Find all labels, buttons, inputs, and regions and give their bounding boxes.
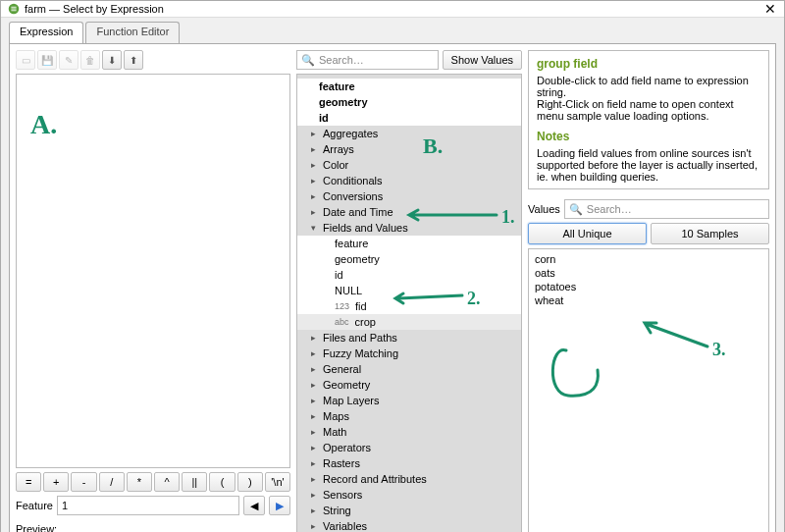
help-heading: group field <box>537 57 760 71</box>
dialog-window: farm — Select by Expression ✕ Expression… <box>0 0 785 532</box>
tree-group-fields[interactable]: ▾Fields and Values <box>297 220 521 236</box>
tree-group-conversions[interactable]: ▸Conversions <box>297 188 521 204</box>
feature-label: Feature <box>16 500 53 511</box>
op-lparen[interactable]: ( <box>209 472 235 492</box>
values-row: Values 🔍 Search… <box>528 199 769 219</box>
tree-field-null[interactable]: NULL <box>297 283 521 298</box>
caret-right-icon: ▸ <box>311 348 319 358</box>
tree-group-rasters[interactable]: ▸Rasters <box>297 455 521 471</box>
op-rparen[interactable]: ) <box>237 472 263 492</box>
feature-row: Feature 1 ◀ ▶ <box>16 496 290 515</box>
help-body-1: Double-click to add field name to expres… <box>537 75 760 98</box>
caret-down-icon: ▾ <box>311 223 319 233</box>
tree-group-arrays[interactable]: ▸Arrays <box>297 141 521 157</box>
values-label: Values <box>528 203 560 215</box>
tree-group-color[interactable]: ▸Color <box>297 157 521 173</box>
tree-group-operators[interactable]: ▸Operators <box>297 440 521 455</box>
tree-top-feature[interactable]: feature <box>297 79 521 94</box>
show-values-button[interactable]: Show Values <box>443 50 522 70</box>
values-list[interactable]: corn oats potatoes wheat <box>528 248 769 532</box>
close-icon[interactable]: ✕ <box>762 1 778 17</box>
feature-spin[interactable]: 1 <box>57 496 239 515</box>
all-unique-button[interactable]: All Unique <box>528 223 647 244</box>
values-search-placeholder: Search… <box>587 203 632 215</box>
app-icon <box>7 2 21 16</box>
func-search-row: 🔍 Search… Show Values <box>296 50 522 70</box>
tree-group-variables[interactable]: ▸Variables <box>297 518 521 532</box>
caret-right-icon: ▸ <box>311 364 319 374</box>
op-minus[interactable]: - <box>71 472 96 492</box>
tree-field-fid[interactable]: 123fid <box>297 298 521 314</box>
value-item[interactable]: corn <box>535 253 762 267</box>
tree-group-general[interactable]: ▸General <box>297 361 521 377</box>
search-icon: 🔍 <box>301 54 315 67</box>
value-item[interactable]: oats <box>535 267 762 281</box>
prev-feature-icon[interactable]: ◀ <box>243 496 265 515</box>
right-column: group field Double-click to add field na… <box>528 50 769 532</box>
tree-group-string[interactable]: ▸String <box>297 503 521 518</box>
op-concat[interactable]: || <box>182 472 207 492</box>
op-div[interactable]: / <box>99 472 125 492</box>
tab-expression[interactable]: Expression <box>9 22 83 43</box>
str-type-icon: abc <box>335 317 349 327</box>
expr-toolbar: ▭ 💾 ✎ 🗑 ⬇ ⬆ <box>16 50 290 70</box>
caret-right-icon: ▸ <box>311 129 319 138</box>
expression-editor[interactable] <box>16 74 290 468</box>
ten-samples-button[interactable]: 10 Samples <box>651 223 769 244</box>
tree-field-crop[interactable]: abccrop <box>297 314 521 330</box>
caret-right-icon: ▸ <box>311 411 319 421</box>
caret-right-icon: ▸ <box>311 160 319 170</box>
next-feature-icon[interactable]: ▶ <box>269 496 290 515</box>
caret-right-icon: ▸ <box>311 144 319 154</box>
tree-group-map-layers[interactable]: ▸Map Layers <box>297 393 521 408</box>
caret-right-icon: ▸ <box>311 427 319 437</box>
tree-group-aggregates[interactable]: ▸Aggregates <box>297 126 521 141</box>
op-eq[interactable]: = <box>16 472 41 492</box>
middle-column: 🔍 Search… Show Values feature geometry i… <box>296 50 522 532</box>
tree-group-geometry[interactable]: ▸Geometry <box>297 377 521 393</box>
tree-field-id[interactable]: id <box>297 267 521 283</box>
window-title: farm — Select by Expression <box>25 3 762 15</box>
caret-right-icon: ▸ <box>311 207 319 217</box>
caret-right-icon: ▸ <box>311 458 319 468</box>
caret-right-icon: ▸ <box>311 191 319 201</box>
export-icon[interactable]: ⬆ <box>124 50 143 70</box>
import-icon[interactable]: ⬇ <box>102 50 122 70</box>
values-search[interactable]: 🔍 Search… <box>564 199 769 219</box>
new-file-icon[interactable]: ▭ <box>16 50 35 70</box>
tree-group-record[interactable]: ▸Record and Attributes <box>297 471 521 487</box>
tree-field-feature[interactable]: feature <box>297 236 521 251</box>
op-newline[interactable]: '\n' <box>265 472 290 492</box>
tree-field-geometry[interactable]: geometry <box>297 251 521 267</box>
caret-right-icon: ▸ <box>311 521 319 531</box>
tree-group-datetime[interactable]: ▸Date and Time <box>297 204 521 220</box>
tree-group-fuzzy[interactable]: ▸Fuzzy Matching <box>297 346 521 361</box>
tab-panel: ▭ 💾 ✎ 🗑 ⬇ ⬆ = + - / * ^ <box>9 43 776 532</box>
tree-group-sensors[interactable]: ▸Sensors <box>297 487 521 503</box>
caret-right-icon: ▸ <box>311 176 319 186</box>
preview-row: Preview: <box>16 519 290 532</box>
op-plus[interactable]: + <box>43 472 69 492</box>
help-notes-head: Notes <box>537 130 760 143</box>
trash-icon[interactable]: 🗑 <box>80 50 100 70</box>
tabs: Expression Function Editor <box>9 22 776 43</box>
edit-icon[interactable]: ✎ <box>59 50 78 70</box>
left-column: ▭ 💾 ✎ 🗑 ⬇ ⬆ = + - / * ^ <box>16 50 290 532</box>
tree-group-files[interactable]: ▸Files and Paths <box>297 330 521 346</box>
tree-group-maps[interactable]: ▸Maps <box>297 408 521 424</box>
op-mul[interactable]: * <box>127 472 152 492</box>
tree-top-geometry[interactable]: geometry <box>297 94 521 110</box>
value-item[interactable]: wheat <box>535 294 762 308</box>
tree-top-id[interactable]: id <box>297 110 521 126</box>
value-item[interactable]: potatoes <box>535 281 762 294</box>
op-pow[interactable]: ^ <box>154 472 180 492</box>
function-search[interactable]: 🔍 Search… <box>296 50 439 70</box>
save-icon[interactable]: 💾 <box>37 50 57 70</box>
operator-row: = + - / * ^ || ( ) '\n' <box>16 472 290 492</box>
tab-function-editor[interactable]: Function Editor <box>85 22 180 43</box>
caret-right-icon: ▸ <box>311 380 319 390</box>
caret-right-icon: ▸ <box>311 333 319 343</box>
function-tree[interactable]: feature geometry id ▸Aggregates ▸Arrays … <box>296 74 522 532</box>
tree-group-conditionals[interactable]: ▸Conditionals <box>297 173 521 188</box>
tree-group-math[interactable]: ▸Math <box>297 424 521 440</box>
